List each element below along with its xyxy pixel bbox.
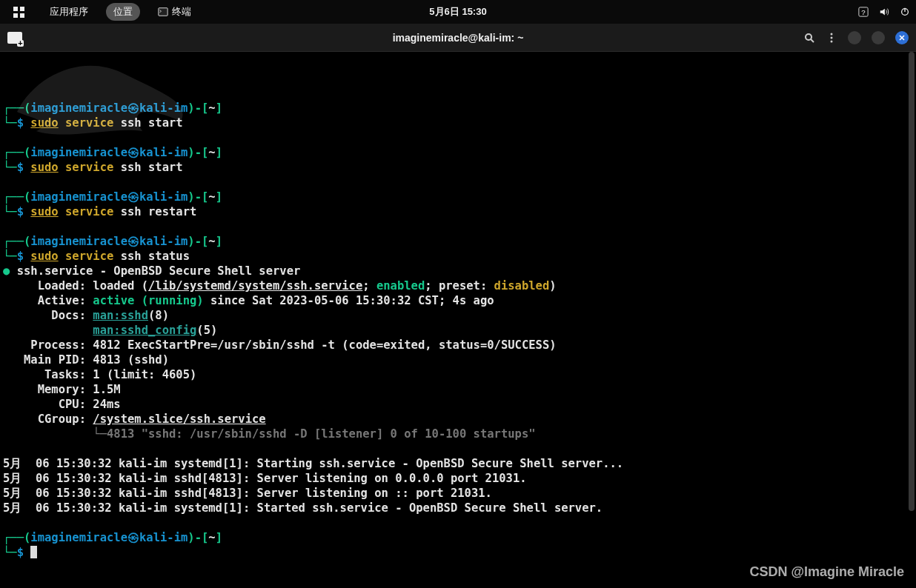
terminal-icon bbox=[158, 7, 168, 17]
terminal-cursor bbox=[30, 546, 37, 558]
window-close-button[interactable] bbox=[895, 31, 909, 44]
window-minimize-button[interactable] bbox=[848, 31, 861, 44]
window-maximize-button[interactable] bbox=[872, 31, 885, 44]
svg-point-5 bbox=[806, 34, 812, 40]
terminal-taskbar-item[interactable]: 终端 bbox=[150, 3, 199, 21]
svg-point-7 bbox=[831, 33, 833, 35]
svg-rect-0 bbox=[159, 8, 167, 16]
new-tab-button[interactable] bbox=[7, 32, 22, 44]
csdn-watermark: CSDN @Imagine Miracle bbox=[749, 564, 904, 579]
menu-icon[interactable] bbox=[826, 32, 837, 44]
scrollbar-thumb[interactable] bbox=[909, 52, 915, 511]
svg-line-6 bbox=[811, 39, 814, 42]
clock[interactable]: 5月6日 15:30 bbox=[429, 5, 486, 19]
places-menu[interactable]: 位置 bbox=[106, 3, 140, 21]
applications-label: 应用程序 bbox=[50, 5, 88, 19]
applications-menu[interactable]: 应用程序 bbox=[42, 3, 96, 21]
window-titlebar: imaginemiracle@kali-im: ~ bbox=[0, 24, 916, 52]
terminal-taskbar-label: 终端 bbox=[172, 5, 191, 19]
gnome-top-panel: 应用程序 位置 终端 5月6日 15:30 ? bbox=[0, 0, 916, 24]
terminal-body[interactable]: ┌──(imaginemiracle㉿kali-im)-[~] └─$ sudo… bbox=[0, 52, 916, 588]
activities-grid-icon bbox=[13, 7, 24, 18]
help-icon[interactable]: ? bbox=[858, 7, 869, 17]
activities-button[interactable] bbox=[6, 4, 32, 20]
terminal-output: ┌──(imaginemiracle㉿kali-im)-[~] └─$ sudo… bbox=[3, 86, 913, 560]
search-icon[interactable] bbox=[803, 32, 815, 44]
places-label: 位置 bbox=[113, 5, 133, 19]
svg-point-8 bbox=[831, 36, 833, 39]
svg-text:?: ? bbox=[861, 8, 865, 16]
window-title: imaginemiracle@kali-im: ~ bbox=[393, 32, 524, 44]
power-icon[interactable] bbox=[900, 7, 910, 17]
svg-point-9 bbox=[831, 40, 833, 42]
volume-icon[interactable] bbox=[879, 7, 889, 17]
close-icon bbox=[898, 34, 906, 41]
